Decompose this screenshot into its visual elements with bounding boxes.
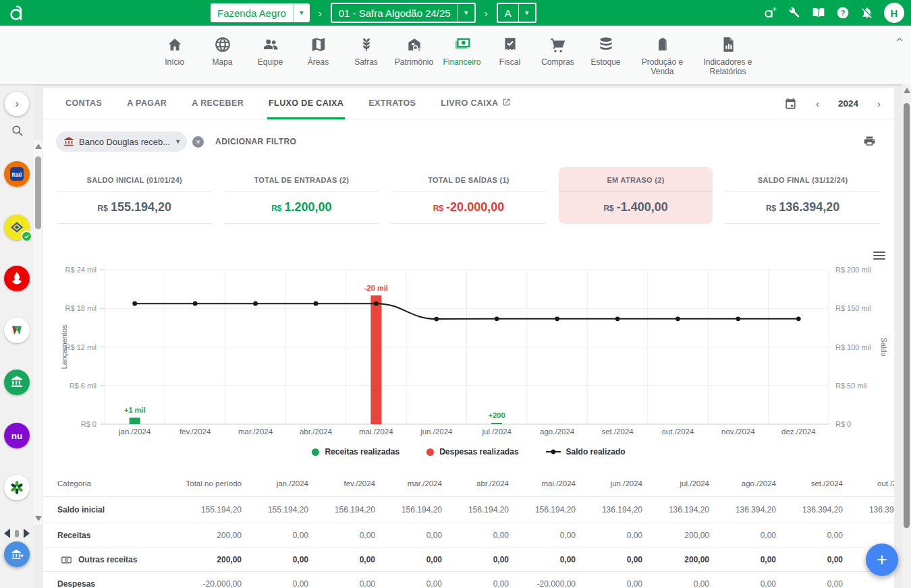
nav-item-estoque[interactable]: Estoque bbox=[586, 35, 626, 67]
filter-bar: Banco Douglas receb... ▼ × ADICIONAR FIL… bbox=[56, 130, 296, 153]
legend-item-saldo-realizado[interactable]: Saldo realizado bbox=[546, 447, 626, 457]
divider bbox=[391, 191, 546, 192]
nav-item-financeiro[interactable]: Financeiro bbox=[443, 35, 482, 67]
plot-selector[interactable]: A ▼ bbox=[497, 3, 536, 23]
column-header-set-2024: set./2024 bbox=[776, 479, 843, 488]
card-value: R$1.200,00 bbox=[225, 200, 379, 214]
next-year-icon[interactable]: › bbox=[875, 98, 883, 109]
tab-label: LIVRO CAIXA bbox=[441, 98, 498, 108]
summary-card-total-de-saidas: TOTAL DE SAÍDAS (1)R$-20.000,00 bbox=[391, 167, 546, 224]
tab-fluxo-de-caixa[interactable]: FLUXO DE CAIXA bbox=[269, 88, 343, 119]
row-label: Despesas bbox=[43, 579, 142, 588]
user-avatar[interactable]: H bbox=[884, 3, 904, 23]
help-icon[interactable]: ? bbox=[835, 5, 850, 20]
chevron-down-icon[interactable]: ▼ bbox=[458, 4, 474, 22]
chevron-down-icon[interactable]: ▼ bbox=[293, 3, 310, 22]
year-picker: ‹ 2024 › bbox=[784, 88, 883, 119]
rail-scrollbar-thumb[interactable] bbox=[35, 156, 41, 229]
cell-value: 156.194,20 bbox=[375, 505, 442, 514]
cell-value: 200,00 bbox=[142, 555, 242, 564]
tab-extratos[interactable]: EXTRATOS bbox=[368, 88, 416, 119]
wrench-icon[interactable] bbox=[787, 5, 802, 20]
add-filter-button[interactable]: ADICIONAR FILTRO bbox=[215, 137, 296, 146]
chart-menu-icon[interactable] bbox=[873, 249, 885, 262]
bank-account-banco-do-brasil[interactable] bbox=[4, 214, 30, 240]
svg-text:mar./2024: mar./2024 bbox=[238, 428, 273, 436]
chevron-down-icon[interactable]: ▼ bbox=[518, 4, 535, 22]
bank-account-banco[interactable] bbox=[4, 370, 30, 395]
nav-item-safras[interactable]: Safras bbox=[347, 35, 386, 67]
globe-icon bbox=[214, 35, 231, 53]
page-scrollbar-thumb[interactable] bbox=[904, 103, 910, 528]
nav-item-inicio[interactable]: Início bbox=[155, 35, 194, 67]
legend-item-despesas-realizadas[interactable]: Despesas realizadas bbox=[426, 447, 518, 457]
nav-item-label: Patrimônio bbox=[395, 58, 433, 67]
bank-account-itau[interactable]: Itaú bbox=[4, 161, 30, 187]
tab-bar: CONTASA PAGARA RECEBERFLUXO DE CAIXAEXTR… bbox=[43, 88, 894, 119]
chevron-down-icon[interactable]: ▼ bbox=[175, 138, 181, 145]
card-label: TOTAL DE SAÍDAS (1) bbox=[391, 167, 546, 184]
cell-value: 0,00 bbox=[375, 579, 442, 588]
bank-filter-chip[interactable]: Banco Douglas receb... ▼ bbox=[56, 131, 187, 152]
bank-account-nubank[interactable]: nu bbox=[4, 423, 30, 448]
nav-item-mapa[interactable]: Mapa bbox=[203, 35, 242, 67]
nav-item-producao-e-venda[interactable]: Produção e Venda bbox=[634, 35, 691, 77]
column-header-jun-2024: jun./2024 bbox=[576, 479, 642, 488]
legend-item-receitas-realizadas[interactable]: Receitas realizadas bbox=[312, 447, 399, 457]
silo-icon bbox=[654, 35, 671, 53]
aegro-assistant-icon[interactable] bbox=[763, 5, 777, 20]
scroll-down-icon[interactable] bbox=[35, 516, 42, 521]
cell-value: 0,00 bbox=[576, 531, 642, 540]
cell-value: 136.394,20 bbox=[776, 505, 843, 514]
search-icon[interactable] bbox=[11, 124, 24, 140]
knowledge-book-icon[interactable] bbox=[811, 5, 826, 20]
table-row-outras-receitas: Outras receitas200,000,000,000,000,000,0… bbox=[43, 548, 894, 571]
nav-item-indicadores-e-relatorios[interactable]: Indicadores e Relatórios bbox=[700, 35, 756, 77]
table-row-receitas: Receitas200,000,000,000,000,000,000,0020… bbox=[43, 523, 894, 548]
collapse-nav-icon[interactable] bbox=[895, 35, 904, 47]
calendar-icon[interactable] bbox=[784, 97, 797, 110]
add-bank-account-button[interactable] bbox=[4, 541, 30, 567]
tab-contas[interactable]: CONTAS bbox=[65, 88, 102, 119]
add-transaction-fab[interactable]: + bbox=[866, 543, 898, 576]
rail-scrollbar[interactable] bbox=[34, 140, 43, 525]
svg-text:nov./2024: nov./2024 bbox=[721, 428, 755, 436]
receipt-icon bbox=[501, 35, 519, 53]
svg-text:R$ 150 mil: R$ 150 mil bbox=[835, 304, 871, 312]
bank-account-santander[interactable] bbox=[4, 266, 30, 291]
scroll-up-icon[interactable] bbox=[904, 88, 910, 93]
print-icon[interactable] bbox=[863, 135, 876, 150]
cell-value: 0,00 bbox=[576, 579, 642, 588]
remove-filter-icon[interactable]: × bbox=[192, 136, 204, 148]
tab-a-receber[interactable]: A RECEBER bbox=[192, 88, 244, 119]
cell-value: 0,00 bbox=[509, 531, 576, 540]
row-label: Saldo inicial bbox=[43, 505, 142, 514]
svg-text:R$ 0: R$ 0 bbox=[835, 420, 851, 428]
nav-item-label: Financeiro bbox=[443, 58, 480, 67]
farm-selector[interactable]: Fazenda Aegro ▼ bbox=[211, 3, 310, 22]
nav-item-label: Áreas bbox=[308, 58, 329, 67]
notifications-off-icon[interactable] bbox=[860, 5, 875, 20]
pager-right-icon[interactable] bbox=[24, 529, 30, 538]
nav-item-compras[interactable]: Compras bbox=[539, 35, 578, 67]
nav-item-patrimonio[interactable]: Patrimônio bbox=[395, 35, 434, 67]
tab-livro-caixa[interactable]: LIVRO CAIXA bbox=[441, 88, 511, 119]
legend-label: Saldo realizado bbox=[566, 447, 626, 457]
barn-icon bbox=[406, 35, 423, 53]
bank-account-cooperativa-v[interactable] bbox=[4, 318, 30, 343]
previous-year-icon[interactable]: ‹ bbox=[813, 98, 822, 109]
cell-value: 0,00 bbox=[509, 555, 576, 564]
nav-item-fiscal[interactable]: Fiscal bbox=[491, 35, 530, 67]
harvest-selector[interactable]: 01 - Safra Algodão 24/25 ▼ bbox=[331, 3, 476, 23]
bank-account-sicredi[interactable] bbox=[4, 475, 30, 500]
pager-left-icon[interactable] bbox=[4, 529, 10, 538]
card-label: SALDO INICIAL (01/01/24) bbox=[57, 167, 212, 184]
scroll-up-icon[interactable] bbox=[35, 144, 42, 149]
aegro-logo-icon[interactable] bbox=[9, 4, 25, 24]
harvest-selector-label: 01 - Safra Algodão 24/25 bbox=[332, 4, 458, 22]
nav-item-areas[interactable]: Áreas bbox=[299, 35, 338, 67]
page-scrollbar[interactable] bbox=[902, 84, 911, 588]
tab-a-pagar[interactable]: A PAGAR bbox=[127, 88, 167, 119]
expand-rail-button[interactable]: › bbox=[5, 92, 29, 116]
nav-item-equipe[interactable]: Equipe bbox=[251, 35, 290, 67]
